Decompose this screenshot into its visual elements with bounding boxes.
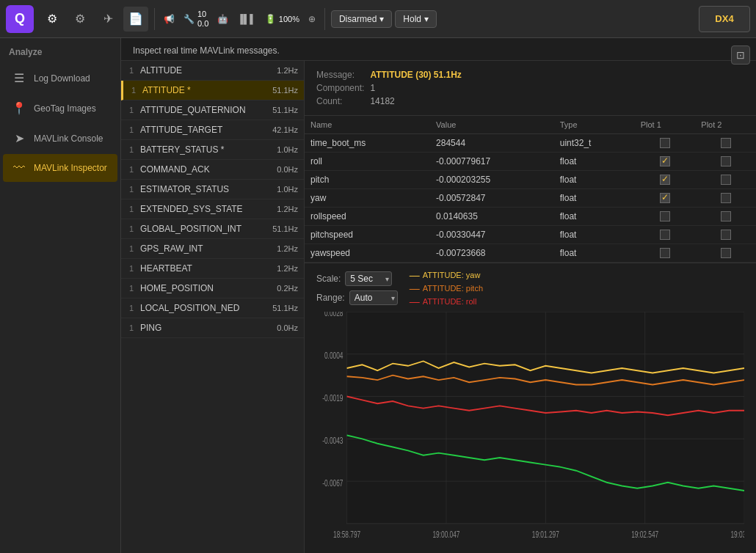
message-row[interactable]: 1 PING 0.0Hz bbox=[121, 318, 304, 338]
table-row: rollspeed 0.0140635 float bbox=[305, 208, 756, 226]
field-type: float bbox=[554, 244, 635, 263]
message-row[interactable]: 1 HEARTBEAT 1.2Hz bbox=[121, 259, 304, 279]
field-plot1[interactable] bbox=[635, 244, 696, 263]
msg-name: ATTITUDE * bbox=[142, 85, 268, 95]
sidebar-item-geotag-images[interactable]: 📍 GeoTag Images bbox=[3, 94, 117, 122]
field-name: pitchspeed bbox=[305, 226, 430, 244]
legend-label: ATTITUDE: roll bbox=[423, 297, 477, 306]
field-plot2[interactable] bbox=[695, 226, 756, 244]
msg-name: HOME_POSITION bbox=[140, 283, 272, 293]
plot2-checkbox[interactable] bbox=[721, 230, 731, 240]
sidebar-item-log-download[interactable]: ☰ Log Download bbox=[3, 64, 117, 92]
component-value: 1 bbox=[370, 81, 467, 95]
field-plot1[interactable] bbox=[635, 226, 696, 244]
chart-area: Scale: 5 Sec 10 Sec 30 Sec 1 Min bbox=[305, 263, 756, 553]
plot2-checkbox[interactable] bbox=[721, 175, 731, 185]
field-name: yaw bbox=[305, 189, 430, 208]
message-row[interactable]: 1 ATTITUDE_QUATERNION 51.1Hz bbox=[121, 100, 304, 120]
status-robot: 🤖 bbox=[214, 14, 231, 24]
plot2-checkbox[interactable] bbox=[721, 211, 731, 221]
message-row[interactable]: 1 HOME_POSITION 0.2Hz bbox=[121, 279, 304, 299]
plot1-checkbox[interactable] bbox=[660, 138, 670, 148]
plot1-checkbox[interactable] bbox=[660, 248, 670, 258]
field-name: roll bbox=[305, 153, 430, 171]
tools-icon: 🔧 bbox=[183, 14, 195, 24]
message-row[interactable]: 1 GLOBAL_POSITION_INT 51.1Hz bbox=[121, 219, 304, 239]
message-row[interactable]: 1 LOCAL_POSITION_NED 51.1Hz bbox=[121, 299, 304, 318]
field-name: yawspeed bbox=[305, 244, 430, 263]
field-plot1[interactable] bbox=[635, 171, 696, 189]
svg-text:0.0004: 0.0004 bbox=[324, 350, 343, 360]
dx4-logo: DX4 bbox=[699, 6, 750, 32]
message-row[interactable]: 1 BATTERY_STATUS * 1.0Hz bbox=[121, 140, 304, 160]
count-value: 14182 bbox=[370, 95, 467, 108]
plot1-checkbox[interactable] bbox=[660, 230, 670, 240]
msg-num: 1 bbox=[127, 244, 136, 253]
plot1-checkbox[interactable] bbox=[660, 193, 670, 203]
battery-percent: 100% bbox=[279, 15, 299, 23]
field-plot2[interactable] bbox=[695, 244, 756, 263]
message-row[interactable]: 1 ATTITUDE_TARGET 42.1Hz bbox=[121, 120, 304, 140]
scale-select-wrap[interactable]: 5 Sec 10 Sec 30 Sec 1 Min bbox=[345, 271, 392, 286]
hold-chevron-icon: ▾ bbox=[424, 14, 429, 24]
field-plot1[interactable] bbox=[635, 189, 696, 208]
msg-num: 1 bbox=[127, 106, 136, 114]
field-plot2[interactable] bbox=[695, 153, 756, 171]
msg-hz: 51.1Hz bbox=[272, 304, 298, 312]
range-select-wrap[interactable]: Auto Manual bbox=[349, 290, 398, 305]
analyze-tab-icon[interactable]: 📄 bbox=[123, 7, 148, 32]
app-logo[interactable]: Q bbox=[6, 5, 34, 33]
vehicle-setup-icon[interactable]: ⚙ bbox=[68, 7, 92, 32]
plot1-checkbox[interactable] bbox=[660, 175, 670, 185]
field-name: time_boot_ms bbox=[305, 134, 430, 153]
sidebar-section-analyze: Analyze bbox=[0, 44, 120, 63]
sidebar-item-mavlink-console[interactable]: ➤ MAVLink Console bbox=[3, 124, 117, 153]
overlay-button[interactable]: ⊡ bbox=[731, 61, 750, 65]
svg-text:-0.0067: -0.0067 bbox=[322, 477, 343, 488]
sidebar: Analyze ☰ Log Download 📍 GeoTag Images ➤… bbox=[0, 38, 121, 553]
msg-hz: 0.0Hz bbox=[277, 165, 298, 174]
status-megaphone: 📢 bbox=[161, 14, 178, 24]
sidebar-item-mavlink-inspector[interactable]: 〰 MAVLink Inspector bbox=[3, 154, 117, 182]
plot2-checkbox[interactable] bbox=[721, 248, 731, 258]
message-row[interactable]: 1 ATTITUDE * 51.1Hz bbox=[121, 81, 304, 100]
msg-hz: 42.1Hz bbox=[272, 125, 298, 134]
field-plot1[interactable] bbox=[635, 134, 696, 153]
field-plot1[interactable] bbox=[635, 208, 696, 226]
plot1-checkbox[interactable] bbox=[660, 156, 670, 166]
field-plot2[interactable] bbox=[695, 189, 756, 208]
disarmed-button[interactable]: Disarmed ▾ bbox=[331, 10, 392, 28]
message-row[interactable]: 1 EXTENDED_SYS_STATE 1.2Hz bbox=[121, 199, 304, 219]
message-row[interactable]: 1 GPS_RAW_INT 1.2Hz bbox=[121, 239, 304, 259]
plot1-checkbox[interactable] bbox=[660, 211, 670, 221]
message-row[interactable]: 1 COMMAND_ACK 0.0Hz bbox=[121, 160, 304, 180]
legend-label: ATTITUDE: pitch bbox=[423, 284, 483, 293]
table-row: roll -0.000779617 float bbox=[305, 153, 756, 171]
plan-icon[interactable]: ✈ bbox=[95, 7, 120, 32]
plot2-checkbox[interactable] bbox=[721, 156, 731, 166]
legend-label: ATTITUDE: yaw bbox=[423, 271, 481, 279]
plot2-checkbox[interactable] bbox=[721, 138, 731, 148]
range-select[interactable]: Auto Manual bbox=[349, 290, 398, 305]
message-row[interactable]: 1 ESTIMATOR_STATUS 1.0Hz bbox=[121, 180, 304, 199]
legend-item: — ATTITUDE: roll bbox=[410, 296, 483, 307]
main-layout: Analyze ☰ Log Download 📍 GeoTag Images ➤… bbox=[0, 38, 756, 553]
analyze-icon[interactable]: ⚙ bbox=[40, 7, 65, 32]
message-row[interactable]: 1 ALTITUDE 1.2Hz bbox=[121, 61, 304, 81]
log-download-icon: ☰ bbox=[12, 71, 26, 85]
plot2-checkbox[interactable] bbox=[721, 193, 731, 203]
chart-svg: 0.0028 0.0004 -0.0019 -0.0043 -0.0067 18… bbox=[316, 312, 744, 547]
message-info: ⊡ Message: ATTITUDE (30) 51.1Hz Componen… bbox=[305, 61, 756, 116]
hold-label: Hold bbox=[403, 14, 421, 24]
scale-select[interactable]: 5 Sec 10 Sec 30 Sec 1 Min bbox=[345, 271, 392, 286]
field-plot1[interactable] bbox=[635, 153, 696, 171]
robot-icon: 🤖 bbox=[217, 14, 228, 24]
field-plot2[interactable] bbox=[695, 171, 756, 189]
count-label: Count: bbox=[316, 95, 370, 108]
status-gps: ⊕ bbox=[305, 14, 319, 24]
legend-item: — ATTITUDE: pitch bbox=[410, 282, 483, 294]
hold-button[interactable]: Hold ▾ bbox=[395, 10, 437, 28]
field-plot2[interactable] bbox=[695, 208, 756, 226]
msg-label: Message: bbox=[316, 68, 370, 81]
field-plot2[interactable] bbox=[695, 134, 756, 153]
